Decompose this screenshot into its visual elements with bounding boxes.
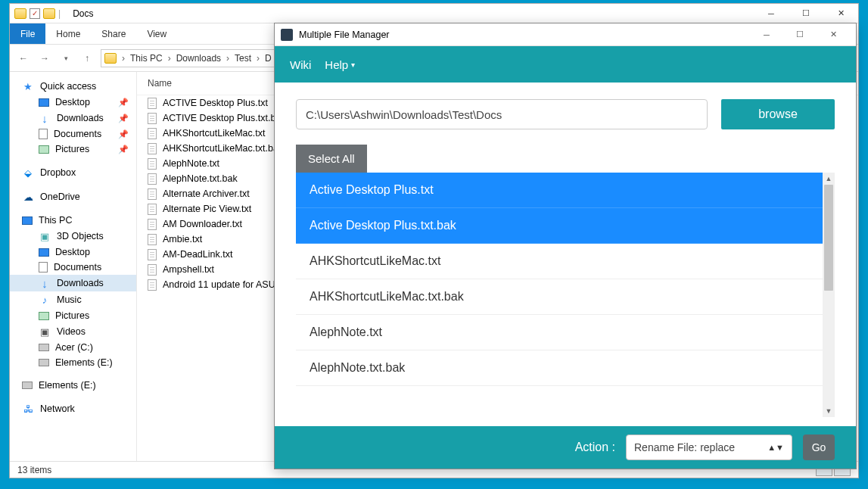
pc-icon xyxy=(22,216,33,225)
forward-button[interactable]: → xyxy=(37,53,52,64)
file-name: Ambie.txt xyxy=(163,234,202,244)
file-icon xyxy=(148,219,157,230)
folder-icon[interactable] xyxy=(43,8,55,19)
up-button[interactable]: ↑ xyxy=(79,53,95,64)
list-item[interactable]: Active Desktop Plus.txt xyxy=(296,173,823,208)
select-caret-icon: ▲▼ xyxy=(767,443,784,452)
mfm-title: Multiple File Manager xyxy=(299,30,390,40)
nav-documents-pc[interactable]: Documents xyxy=(10,260,136,275)
explorer-titlebar: ✓ | Docs ─ ☐ ✕ xyxy=(10,4,858,23)
action-select-value: Rename File: replace xyxy=(634,441,735,453)
menu-wiki[interactable]: Wiki xyxy=(290,58,311,71)
path-input[interactable] xyxy=(296,99,708,129)
action-label: Action : xyxy=(575,441,615,454)
folder-icon xyxy=(14,8,26,19)
desktop-icon xyxy=(39,98,49,107)
file-icon xyxy=(148,188,157,200)
nav-documents[interactable]: Documents📌 xyxy=(10,126,136,142)
tab-view[interactable]: View xyxy=(136,23,177,44)
nav-drive-e[interactable]: Elements (E:) xyxy=(10,355,136,370)
action-select[interactable]: Rename File: replace ▲▼ xyxy=(626,434,792,460)
file-icon xyxy=(148,98,157,109)
file-name: Ampshell.txt xyxy=(163,264,214,275)
menu-help[interactable]: Help▾ xyxy=(325,58,355,71)
document-icon xyxy=(39,262,48,273)
mfm-menubar: Wiki Help▾ xyxy=(275,46,856,83)
pin-icon: 📌 xyxy=(118,114,129,123)
list-item[interactable]: AlephNote.txt xyxy=(296,315,823,350)
nav-music[interactable]: ♪Music xyxy=(10,291,136,308)
file-icon xyxy=(148,143,157,154)
nav-drive-c[interactable]: Acer (C:) xyxy=(10,340,136,355)
scroll-down-arrow[interactable]: ▼ xyxy=(823,405,835,417)
nav-dropbox[interactable]: ⬙Dropbox xyxy=(10,164,136,181)
breadcrumb-item[interactable]: D xyxy=(265,53,272,64)
nav-this-pc[interactable]: This PC xyxy=(10,213,136,228)
drive-icon xyxy=(22,382,33,389)
nav-downloads[interactable]: ↓Downloads📌 xyxy=(10,110,136,126)
scrollbar[interactable]: ▲ ▼ xyxy=(823,173,835,417)
status-count: 13 items xyxy=(17,465,51,475)
folder-icon xyxy=(104,53,117,64)
nav-quick-access[interactable]: ★Quick access xyxy=(10,78,136,95)
nav-onedrive[interactable]: ☁OneDrive xyxy=(10,188,136,205)
close-button[interactable]: ✕ xyxy=(823,4,858,23)
maximize-button[interactable]: ☐ xyxy=(789,4,823,23)
nav-pictures-pc[interactable]: Pictures xyxy=(10,308,136,323)
file-name: Android 11 update for ASU xyxy=(163,279,275,290)
tab-home[interactable]: Home xyxy=(45,23,91,44)
list-item[interactable]: Active Desktop Plus.txt.bak xyxy=(296,208,823,244)
breadcrumb-item[interactable]: This PC xyxy=(130,53,163,64)
file-icon xyxy=(148,249,157,260)
nav-desktop[interactable]: Desktop📌 xyxy=(10,95,136,110)
onedrive-icon: ☁ xyxy=(22,191,34,203)
file-icon xyxy=(148,113,157,124)
go-button[interactable]: Go xyxy=(803,434,835,460)
download-icon: ↓ xyxy=(39,277,51,289)
tab-file[interactable]: File xyxy=(10,23,45,44)
list-item[interactable]: AHKShortcutLikeMac.txt.bak xyxy=(296,279,823,315)
scroll-thumb[interactable] xyxy=(824,185,833,291)
history-dropdown[interactable]: ▾ xyxy=(58,55,73,62)
close-button[interactable]: ✕ xyxy=(817,23,850,46)
file-list: Active Desktop Plus.txtActive Desktop Pl… xyxy=(296,173,823,417)
nav-pictures[interactable]: Pictures📌 xyxy=(10,142,136,157)
breadcrumb-item[interactable]: Downloads xyxy=(176,53,221,64)
list-item[interactable]: AHKShortcutLikeMac.txt xyxy=(296,244,823,279)
nav-drive-e-ext[interactable]: Elements (E:) xyxy=(10,378,136,393)
breadcrumb-item[interactable]: Test xyxy=(235,53,251,64)
file-name: AM-DeadLink.txt xyxy=(163,249,232,260)
file-icon xyxy=(148,204,157,215)
nav-downloads-pc[interactable]: ↓Downloads xyxy=(10,275,136,291)
pictures-icon xyxy=(39,312,49,320)
maximize-button[interactable]: ☐ xyxy=(783,23,817,46)
qat-check-icon[interactable]: ✓ xyxy=(30,8,40,19)
window-title: Docs xyxy=(73,8,93,19)
pictures-icon xyxy=(39,145,49,154)
mfm-window: Multiple File Manager ─ ☐ ✕ Wiki Help▾ b… xyxy=(274,23,857,469)
app-icon xyxy=(281,29,293,41)
minimize-button[interactable]: ─ xyxy=(750,23,783,46)
tab-share[interactable]: Share xyxy=(91,23,136,44)
drive-icon xyxy=(39,359,49,366)
videos-icon: ▣ xyxy=(39,325,51,338)
nav-desktop-pc[interactable]: Desktop xyxy=(10,244,136,260)
list-item[interactable]: AlephNote.txt.bak xyxy=(296,350,823,386)
file-name: AM Downloader.txt xyxy=(163,219,242,229)
file-icon xyxy=(148,128,157,139)
document-icon xyxy=(39,129,48,139)
file-name: AlephNote.txt.bak xyxy=(163,173,238,184)
pin-icon: 📌 xyxy=(118,129,129,139)
browse-button[interactable]: browse xyxy=(721,99,835,129)
scroll-up-arrow[interactable]: ▲ xyxy=(823,173,835,185)
back-button[interactable]: ← xyxy=(16,53,31,64)
nav-videos[interactable]: ▣Videos xyxy=(10,323,136,340)
minimize-button[interactable]: ─ xyxy=(754,4,789,23)
pin-icon: 📌 xyxy=(118,98,129,107)
desktop-icon xyxy=(39,248,49,257)
nav-network[interactable]: 🖧Network xyxy=(10,400,136,417)
file-name: ACTIVE Desktop Plus.txt xyxy=(163,98,268,108)
select-all-button[interactable]: Select All xyxy=(296,145,367,173)
nav-3d-objects[interactable]: ▣3D Objects xyxy=(10,228,136,244)
star-icon: ★ xyxy=(22,80,34,92)
